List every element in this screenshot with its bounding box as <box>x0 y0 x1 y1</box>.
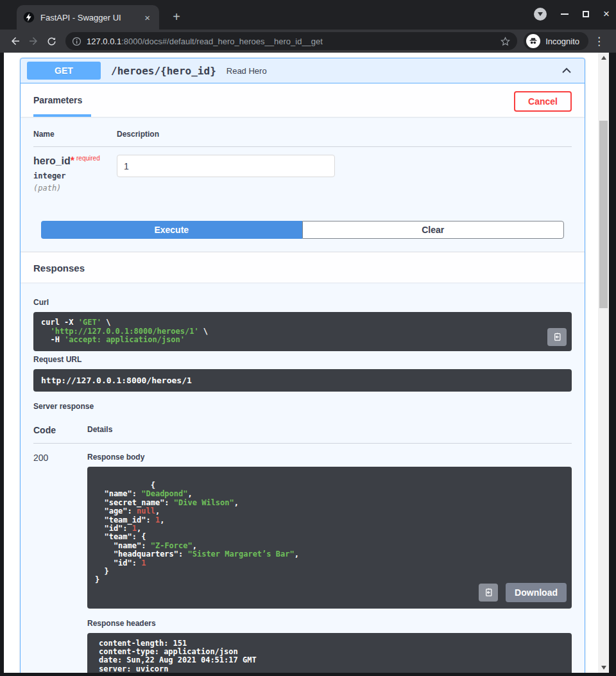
browser-menu-icon[interactable]: ⋮ <box>588 35 610 48</box>
status-code: 200 <box>33 453 87 673</box>
parameter-location: (path) <box>33 184 117 193</box>
reload-icon <box>46 36 57 47</box>
new-tab-button[interactable]: + <box>168 9 185 24</box>
response-body-label: Response body <box>87 453 572 462</box>
column-header-details: Details <box>87 425 572 435</box>
column-header-description: Description <box>117 130 572 139</box>
collapse-chevron-up-icon[interactable] <box>560 64 573 77</box>
required-label: required <box>76 155 100 162</box>
triangle-down-icon <box>601 666 606 670</box>
required-star: * <box>71 155 74 166</box>
fastapi-favicon-icon <box>23 12 35 23</box>
incognito-icon <box>526 34 540 48</box>
clipboard-icon <box>552 332 562 342</box>
response-body-actions: Download <box>479 583 567 602</box>
maximize-button[interactable] <box>583 11 589 17</box>
parameters-header: Parameters Cancel <box>21 83 585 117</box>
curl-label: Curl <box>33 298 572 307</box>
server-response-table-head: Code Details <box>33 416 572 444</box>
http-method-badge: GET <box>27 62 101 80</box>
back-arrow-icon <box>10 35 21 47</box>
response-headers-block: content-length: 151 content-type: applic… <box>87 633 572 673</box>
scroll-up-arrow[interactable] <box>598 53 609 63</box>
server-response-row: 200 Response body { "name": "Deadpond", … <box>33 444 572 673</box>
bookmark-star-icon[interactable] <box>500 36 511 47</box>
copy-curl-button[interactable] <box>547 328 567 346</box>
url-domain: 127.0.0.1 <box>87 37 121 46</box>
parameter-name: hero_id <box>33 155 71 166</box>
clear-button[interactable]: Clear <box>302 221 565 239</box>
incognito-badge: Incognito <box>524 32 588 50</box>
url-text: 127.0.0.1:8000/docs#/default/read_hero_h… <box>87 37 500 46</box>
request-url-label: Request URL <box>33 355 572 364</box>
execute-button[interactable]: Execute <box>41 221 302 239</box>
incognito-label: Incognito <box>545 37 579 46</box>
response-headers-label: Response headers <box>87 619 572 628</box>
clipboard-icon <box>484 587 493 597</box>
response-body-json: { "name": "Deadpond", "secret_name": "Di… <box>95 481 299 584</box>
scrollbar-thumb[interactable] <box>599 121 608 308</box>
back-button[interactable] <box>6 32 24 50</box>
url-bar[interactable]: 127.0.0.1:8000/docs#/default/read_hero_h… <box>65 32 517 50</box>
parameter-type: integer <box>33 171 117 180</box>
column-header-code: Code <box>33 425 87 435</box>
cancel-button[interactable]: Cancel <box>514 91 572 112</box>
parameter-value-cell <box>117 155 335 193</box>
close-tab-icon[interactable]: × <box>142 12 153 24</box>
parameter-row: hero_id*required integer (path) <box>33 147 572 193</box>
endpoint-summary: Read Hero <box>227 66 267 76</box>
response-body-block: { "name": "Deadpond", "secret_name": "Di… <box>87 467 572 609</box>
browser-toolbar: 127.0.0.1:8000/docs#/default/read_hero_h… <box>0 30 616 53</box>
triangle-up-icon <box>601 56 606 60</box>
column-header-name: Name <box>33 130 117 139</box>
response-details: Response body { "name": "Deadpond", "sec… <box>87 453 572 673</box>
copy-response-button[interactable] <box>479 584 498 602</box>
page-scrollbar[interactable] <box>598 53 609 673</box>
tab-parameters: Parameters <box>33 91 91 117</box>
reload-button[interactable] <box>42 32 60 50</box>
parameter-meta: hero_id*required integer (path) <box>33 155 117 193</box>
window-controls: × <box>534 8 610 21</box>
tab-strip: FastAPI - Swagger UI × + × <box>0 0 616 30</box>
window-close-button[interactable]: × <box>603 9 610 19</box>
site-info-icon[interactable] <box>72 37 81 46</box>
forward-button[interactable] <box>24 32 42 50</box>
request-url-block: http://127.0.0.1:8000/heroes/1 <box>33 369 572 392</box>
responses-section-header: Responses <box>21 252 585 282</box>
parameters-table: Name Description hero_id*required intege… <box>21 117 585 221</box>
hero-id-input[interactable] <box>117 155 335 177</box>
minimize-button[interactable] <box>561 13 569 15</box>
parameters-table-head: Name Description <box>33 130 572 147</box>
url-path: :8000/docs#/default/read_hero_heroes__he… <box>121 37 323 46</box>
tab-title: FastAPI - Swagger UI <box>40 13 142 22</box>
opblock-summary[interactable]: GET /heroes/{hero_id} Read Hero <box>21 58 585 83</box>
server-response-label: Server response <box>33 402 572 411</box>
download-button[interactable]: Download <box>506 583 567 602</box>
window-caret-button[interactable] <box>534 8 547 21</box>
caret-down-icon <box>538 12 543 16</box>
scroll-down-arrow[interactable] <box>598 663 609 673</box>
endpoint-path: /heroes/{hero_id} <box>111 65 216 77</box>
responses-body: Curl curl -X 'GET' \ 'http://127.0.0.1:8… <box>21 282 585 673</box>
execute-row: Execute Clear <box>21 221 585 252</box>
responses-heading: Responses <box>33 263 572 273</box>
browser-tab[interactable]: FastAPI - Swagger UI × <box>17 5 159 30</box>
opblock-get-heroes: GET /heroes/{hero_id} Read Hero Paramete… <box>20 58 585 673</box>
curl-command-block: curl -X 'GET' \ 'http://127.0.0.1:8000/h… <box>33 312 572 351</box>
swagger-page: GET /heroes/{hero_id} Read Hero Paramete… <box>4 53 598 673</box>
forward-arrow-icon <box>28 35 39 47</box>
